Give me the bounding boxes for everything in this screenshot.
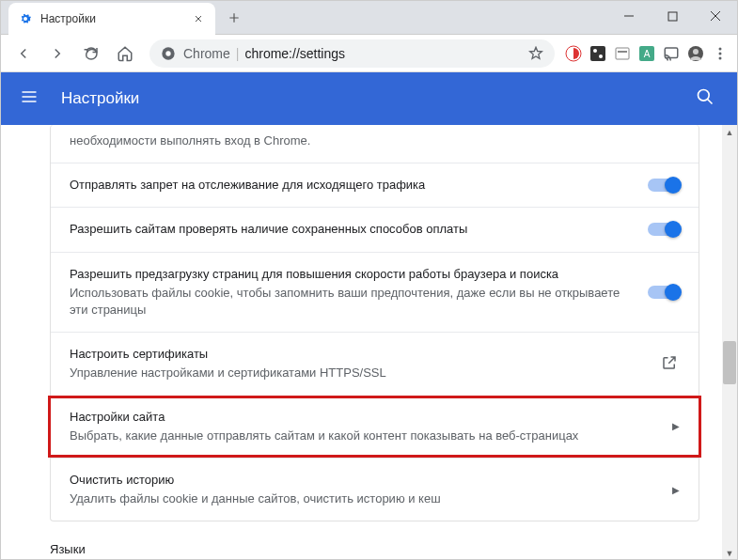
page-title: Настройки: [61, 89, 696, 108]
reload-button[interactable]: [76, 39, 106, 69]
tab-title: Настройки: [40, 12, 191, 25]
browser-menu-icon[interactable]: [711, 44, 730, 63]
clear-sub: Удалить файлы cookie и данные сайтов, оч…: [70, 490, 653, 507]
svg-point-15: [719, 47, 722, 50]
privacy-card: необходимости выполнять вход в Chrome. О…: [50, 125, 699, 521]
profile-avatar-icon[interactable]: [686, 44, 705, 63]
scrollbar[interactable]: ▲ ▼: [722, 125, 737, 560]
scroll-up-icon[interactable]: ▲: [722, 125, 737, 140]
preload-toggle[interactable]: [648, 286, 680, 299]
site-sub: Выбрать, какие данные отправлять сайтам …: [70, 428, 653, 444]
back-button[interactable]: [8, 39, 39, 69]
certificates-row[interactable]: Настроить сертификаты Управление настрой…: [51, 332, 699, 395]
preload-row[interactable]: Разрешить предзагрузку страниц для повыш…: [51, 252, 699, 333]
payment-toggle[interactable]: [648, 223, 680, 236]
svg-rect-1: [668, 12, 677, 21]
languages-section-label: Языки: [50, 542, 737, 556]
svg-point-7: [599, 54, 603, 58]
address-scheme: Chrome: [183, 46, 230, 61]
svg-point-6: [593, 49, 597, 53]
svg-rect-5: [590, 46, 605, 61]
chevron-right-icon: ▶: [672, 421, 680, 431]
svg-point-16: [719, 52, 722, 54]
extension-icon-2[interactable]: [589, 44, 607, 63]
minimize-button[interactable]: [607, 1, 651, 31]
svg-point-17: [719, 56, 722, 59]
chevron-right-icon: ▶: [672, 485, 680, 495]
address-separator: |: [236, 46, 240, 61]
preload-sub: Использовать файлы cookie, чтобы запомни…: [70, 285, 629, 319]
close-window-button[interactable]: [694, 1, 737, 31]
extension-icon-3[interactable]: [613, 44, 632, 63]
search-icon[interactable]: [696, 87, 718, 110]
dnt-row[interactable]: Отправлять запрет на отслеживание для ис…: [51, 163, 699, 207]
dnt-label: Отправлять запрет на отслеживание для ис…: [70, 177, 629, 194]
close-tab-icon[interactable]: [191, 11, 206, 26]
star-icon[interactable]: [528, 46, 543, 61]
svg-point-3: [165, 51, 170, 55]
gear-icon: [18, 11, 33, 26]
extension-icons: A: [564, 44, 730, 63]
settings-header: Настройки: [1, 72, 737, 125]
cast-icon[interactable]: [662, 44, 681, 63]
address-url: chrome://settings: [244, 46, 345, 61]
browser-tab[interactable]: Настройки: [8, 3, 215, 35]
forward-button[interactable]: [42, 39, 72, 69]
svg-rect-12: [665, 48, 678, 58]
window-controls: [607, 1, 737, 31]
new-tab-button[interactable]: [221, 5, 247, 31]
dnt-toggle[interactable]: [648, 179, 680, 192]
browser-toolbar: Chrome | chrome://settings A: [1, 35, 737, 72]
svg-text:A: A: [644, 49, 651, 59]
svg-point-18: [699, 90, 710, 101]
preload-title: Разрешить предзагрузку страниц для повыш…: [70, 266, 629, 283]
window-titlebar: Настройки: [1, 1, 737, 35]
svg-rect-8: [616, 48, 629, 59]
address-bar[interactable]: Chrome | chrome://settings: [149, 39, 555, 68]
certs-title: Настроить сертификаты: [70, 346, 642, 363]
home-button[interactable]: [110, 39, 140, 69]
signin-row-tail: необходимости выполнять вход в Chrome.: [51, 125, 699, 163]
certs-sub: Управление настройками и сертификатами H…: [70, 365, 642, 381]
extension-icon-1[interactable]: [564, 44, 583, 63]
content-area: необходимости выполнять вход в Chrome. О…: [1, 125, 737, 560]
menu-icon[interactable]: [20, 87, 42, 110]
external-link-icon: [661, 354, 680, 373]
payment-row[interactable]: Разрешить сайтам проверять наличие сохра…: [51, 207, 699, 251]
scrollbar-thumb[interactable]: [723, 341, 736, 384]
clear-title: Очистить историю: [70, 472, 653, 489]
svg-point-14: [693, 49, 699, 54]
site-settings-row[interactable]: Настройки сайта Выбрать, какие данные от…: [48, 396, 701, 458]
payment-label: Разрешить сайтам проверять наличие сохра…: [70, 221, 629, 238]
chrome-logo-icon: [161, 46, 176, 61]
maximize-button[interactable]: [651, 1, 694, 31]
scroll-down-icon[interactable]: ▼: [722, 546, 737, 560]
signin-sub: необходимости выполнять вход в Chrome.: [70, 132, 680, 149]
svg-rect-9: [618, 51, 627, 53]
extension-icon-4[interactable]: A: [637, 44, 656, 63]
clear-history-row[interactable]: Очистить историю Удалить файлы cookie и …: [51, 458, 699, 521]
site-title: Настройки сайта: [70, 409, 653, 426]
